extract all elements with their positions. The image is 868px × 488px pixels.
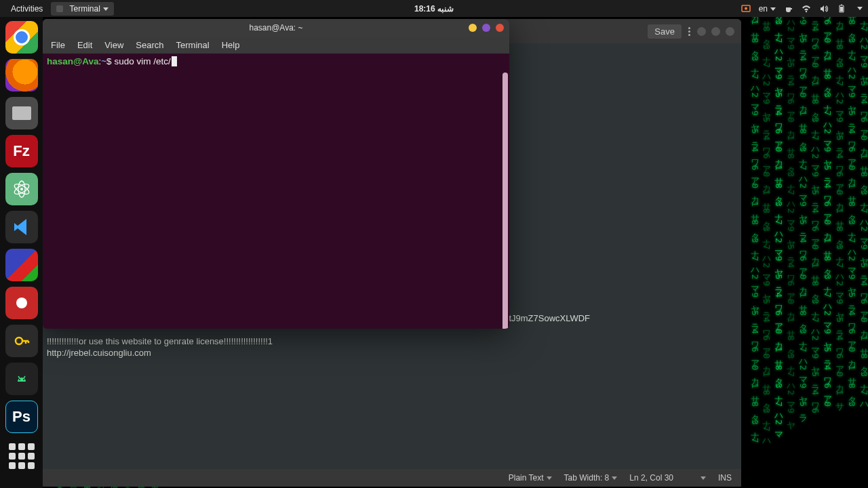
gedit-close-button[interactable] xyxy=(726,27,734,36)
svg-point-2 xyxy=(806,10,807,12)
terminal-window-controls xyxy=(469,24,504,32)
clock[interactable]: شنبه 18:16 xyxy=(414,4,454,14)
terminal-menu-file[interactable]: File xyxy=(45,38,71,52)
terminal-window: hasan@Ava: ~ FileEditViewSearchTerminalH… xyxy=(43,19,509,329)
volume-icon[interactable] xyxy=(819,4,829,14)
gedit-cursor-position[interactable]: Ln 2, Col 30 xyxy=(629,473,706,483)
dock-app-files[interactable] xyxy=(5,97,38,129)
svg-point-6 xyxy=(20,188,23,190)
dock-app-vscode[interactable] xyxy=(5,211,38,243)
svg-point-10 xyxy=(16,338,22,344)
svg-point-1 xyxy=(745,7,747,9)
gedit-save-button[interactable]: Save xyxy=(648,24,682,39)
caffeine-indicator-icon[interactable] xyxy=(784,4,793,14)
terminal-body[interactable]: hasan@Ava:~$ sudo vim /etc/ xyxy=(43,54,509,69)
dock-app-firefox[interactable] xyxy=(5,59,38,92)
svg-line-13 xyxy=(18,376,20,378)
terminal-minimize-button[interactable] xyxy=(469,24,477,32)
gedit-hamburger-menu[interactable] xyxy=(688,27,690,36)
app-menu[interactable]: Terminal xyxy=(51,2,113,16)
dock-app-screenrecorder[interactable] xyxy=(5,287,38,319)
dock-app-passwords[interactable] xyxy=(5,325,38,357)
network-wifi-icon[interactable] xyxy=(802,4,811,14)
terminal-menu-search[interactable]: Search xyxy=(130,38,169,52)
terminal-prompt-path: ~ xyxy=(101,56,106,66)
terminal-icon xyxy=(56,5,63,12)
dock-app-androidstudio[interactable] xyxy=(5,363,38,395)
gedit-min-button[interactable] xyxy=(697,27,706,36)
gnome-top-panel: Activities Terminal شنبه 18:16 en xyxy=(0,0,868,17)
terminal-close-button[interactable] xyxy=(496,24,504,32)
dock-app-photoshop[interactable]: Ps xyxy=(5,401,38,433)
activities-button[interactable]: Activities xyxy=(5,2,48,16)
gedit-insert-mode[interactable]: INS xyxy=(718,473,732,483)
terminal-title: hasan@Ava: ~ xyxy=(249,23,302,33)
svg-point-11 xyxy=(19,379,20,380)
terminal-menu-view[interactable]: View xyxy=(99,38,129,52)
gnome-dock: Fz Ps xyxy=(0,17,43,488)
battery-icon[interactable] xyxy=(837,4,846,14)
keyboard-layout-indicator[interactable]: en xyxy=(759,4,776,14)
svg-line-14 xyxy=(24,376,25,378)
dock-app-chrome[interactable] xyxy=(5,21,38,54)
terminal-menu-terminal[interactable]: Terminal xyxy=(171,38,215,52)
terminal-menu-help[interactable]: Help xyxy=(216,38,245,52)
terminal-maximize-button[interactable] xyxy=(482,24,490,32)
terminal-menubar: FileEditViewSearchTerminalHelp xyxy=(43,37,509,54)
svg-rect-5 xyxy=(841,4,842,5)
system-menu-chevron[interactable] xyxy=(857,7,863,10)
gedit-tabwidth-selector[interactable]: Tab Width: 8 xyxy=(564,473,618,483)
gedit-max-button[interactable] xyxy=(711,27,720,36)
dock-show-applications[interactable] xyxy=(7,441,37,471)
terminal-command: sudo vim /etc/ xyxy=(112,56,171,66)
terminal-cursor xyxy=(172,56,177,66)
terminal-scrollbar[interactable] xyxy=(502,73,508,329)
svg-point-12 xyxy=(23,379,24,380)
terminal-menu-edit[interactable]: Edit xyxy=(72,38,98,52)
gedit-status-bar: Plain Text Tab Width: 8 Ln 2, Col 30 INS xyxy=(43,469,741,487)
dock-app-filezilla[interactable]: Fz xyxy=(5,135,38,167)
terminal-prompt-user: hasan@Ava xyxy=(47,56,98,66)
screencast-indicator-icon[interactable] xyxy=(741,4,751,14)
dock-app-atom[interactable] xyxy=(5,173,38,205)
svg-rect-4 xyxy=(840,7,843,12)
gedit-window-controls xyxy=(697,27,734,36)
dock-app-cmake[interactable] xyxy=(5,249,38,281)
gedit-syntax-selector[interactable]: Plain Text xyxy=(509,473,552,483)
terminal-titlebar[interactable]: hasan@Ava: ~ xyxy=(43,19,509,37)
